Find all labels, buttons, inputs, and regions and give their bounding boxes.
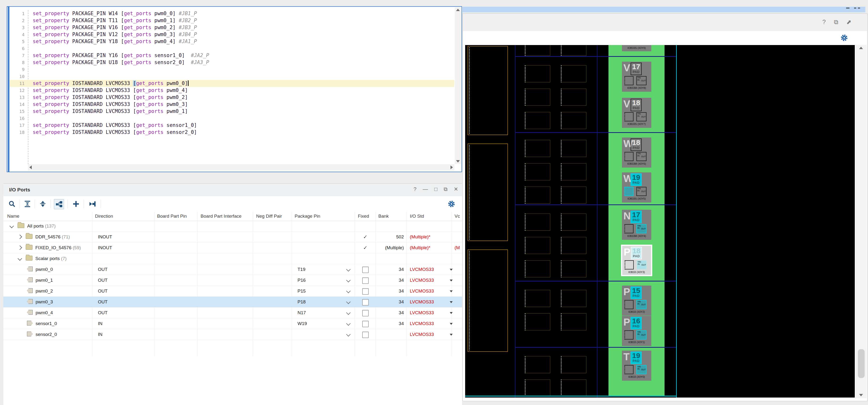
fixed-checkbox[interactable] [362,266,369,273]
collapse-chevron-icon[interactable] [9,224,14,228]
fixed-checkbox[interactable] [362,299,369,306]
scroll-up-icon[interactable] [456,9,460,11]
collapse-all-icon[interactable] [23,199,32,209]
io-std-value[interactable]: LVCMOS33 [410,329,449,340]
scrollbar-thumb[interactable] [858,349,865,378]
column-header-board-part-interface[interactable]: Board Part Interface [200,213,242,219]
maximize-icon[interactable]: ⬈ [846,19,851,26]
create-interface-icon[interactable] [71,199,81,209]
code-line[interactable]: 17set_property IOSTANDARD LVCMOS33 [get_… [10,122,454,129]
code-line[interactable]: 9 [10,66,454,73]
fixed-checkbox[interactable] [362,278,369,284]
package-pin-value[interactable]: P18 [298,297,306,307]
float-icon[interactable]: ⧉ [444,186,447,193]
code-line[interactable]: 4set_property PACKAGE_PIN V12 [get_ports… [10,31,454,38]
package-pin-dropdown-icon[interactable] [346,321,350,325]
package-window-titlebar[interactable] [463,7,865,12]
package-pin-value[interactable]: P15 [298,286,306,296]
fixed-checkbox[interactable] [362,288,369,295]
column-header-direction[interactable]: Direction [95,213,113,219]
io-std-value[interactable]: LVCMOS33 [410,318,449,329]
io-std-dropdown-icon[interactable] [450,301,453,303]
settings-gear-icon[interactable] [839,33,849,42]
collapse-chevron-icon[interactable] [18,256,22,261]
code-line[interactable]: 14set_property IOSTANDARD LVCMOS33 [get_… [10,101,454,108]
package-vertical-scrollbar[interactable] [856,45,867,398]
port-row[interactable]: sensor2_0INLVCMOS33 [3,329,462,340]
io-std-dropdown-icon[interactable] [450,269,453,271]
column-header-board-part-pin[interactable]: Board Part Pin [157,213,187,219]
place-ports-icon[interactable] [88,199,97,209]
editor-vertical-scrollbar[interactable] [455,7,461,164]
scroll-down-icon[interactable] [859,394,863,396]
package-pin-tile-W19[interactable]: W19PADTRIINOUTIOB33S (X0Y5) [622,172,651,202]
package-pin-tile-P16[interactable]: P16PADTRIINOUTIOB33 (X0Y1) [622,316,651,346]
package-pin-value[interactable]: W19 [298,318,307,329]
group-by-interface-icon[interactable] [54,199,64,209]
code-line[interactable]: 2set_property PACKAGE_PIN T11 [get_ports… [10,17,454,24]
xdc-editor[interactable]: 1set_property PACKAGE_PIN W14 [get_ports… [7,6,462,172]
scroll-down-icon[interactable] [456,160,460,163]
column-header-fixed[interactable]: Fixed [358,213,369,219]
search-icon[interactable] [7,199,17,209]
port-group-row[interactable]: All ports (137) [3,221,462,232]
scroll-up-icon[interactable] [859,47,863,49]
package-pin-dropdown-icon[interactable] [346,332,350,337]
code-line[interactable]: 12set_property IOSTANDARD LVCMOS33 [get_… [10,87,454,94]
io-std-value[interactable]: LVCMOS33 [410,264,449,275]
code-lines[interactable]: 1set_property PACKAGE_PIN W14 [get_ports… [10,10,454,163]
code-line[interactable]: 6 [10,45,454,52]
port-row[interactable]: pwm0_0OUTT1934LVCMOS33 [3,264,462,275]
port-row[interactable]: pwm0_1OUTP1634LVCMOS33 [3,275,462,286]
column-header-bank[interactable]: Bank [378,213,389,219]
maximize-icon[interactable]: □ [434,186,437,193]
io-std-value[interactable]: (Multiple)* [410,242,449,253]
fixed-checkmark-icon[interactable]: ✓ [363,242,368,253]
code-line[interactable]: 7set_property PACKAGE_PIN Y16 [get_ports… [10,52,454,59]
expand-all-icon[interactable] [38,199,48,209]
code-line[interactable]: 15set_property IOSTANDARD LVCMOS33 [get_… [10,108,454,115]
fixed-checkmark-icon[interactable]: ✓ [363,232,368,242]
port-group-row[interactable]: FIXED_IO_54576 (59)INOUT✓(Multiple)(Mult… [3,242,462,253]
io-std-dropdown-icon[interactable] [450,334,453,336]
package-pin-tile-P18[interactable]: P18PADTRIINOUTIOB33 (X0Y3) [621,244,652,276]
package-pin-tile-P15[interactable]: P15PADTRIINOUTIOB33 (X0Y2) [622,286,651,316]
close-icon[interactable]: ✕ [454,186,458,193]
io-std-dropdown-icon[interactable] [450,290,453,292]
package-canvas[interactable]: IOB33S (X0Y9)V17PADTRIINOUTIOB33M (X0Y8)… [465,45,855,398]
code-line[interactable]: 10 [10,73,454,80]
column-header-neg-diff-pair[interactable]: Neg Diff Pair [256,213,282,219]
settings-gear-icon[interactable] [446,199,456,209]
package-pin-value[interactable]: N17 [298,308,306,318]
fixed-checkbox[interactable] [362,331,369,338]
io-std-value[interactable]: LVCMOS33 [410,286,449,296]
code-line[interactable]: 5set_property PACKAGE_PIN Y18 [get_ports… [10,38,454,45]
help-icon[interactable]: ? [413,186,416,193]
code-line[interactable]: 11set_property IOSTANDARD LVCMOS33 [get_… [10,80,454,87]
table-header[interactable]: NameDirectionBoard Part PinBoard Part In… [3,212,462,221]
editor-horizontal-scrollbar[interactable] [28,164,454,171]
package-pin-dropdown-icon[interactable] [346,310,350,315]
io-std-value[interactable]: LVCMOS33 [410,275,449,286]
port-row[interactable]: pwm0_3OUTP1834LVCMOS33 [3,297,462,308]
code-line[interactable]: 16 [10,115,454,122]
io-ports-titlebar[interactable]: I/O Ports ?—□⧉✕ [3,184,462,197]
package-view-header[interactable]: ?⧉⬈ [463,14,867,31]
port-row[interactable]: pwm0_4OUTN1734LVCMOS33 [3,308,462,318]
io-std-value[interactable]: LVCMOS33 [410,297,449,307]
package-pin-tile-partial[interactable]: IOB33S (X0Y9) [622,45,651,51]
io-std-dropdown-icon[interactable] [450,280,453,282]
column-header-i-o-std[interactable]: I/O Std [410,213,424,219]
column-header-name[interactable]: Name [7,213,20,219]
port-group-row[interactable]: Scalar ports (7) [3,253,462,264]
package-pin-dropdown-icon[interactable] [346,278,350,282]
code-line[interactable]: 8set_property PACKAGE_PIN U18 [get_ports… [10,59,454,66]
minimize-icon[interactable]: — [423,186,428,193]
help-icon[interactable]: ? [822,19,826,26]
code-line[interactable]: 13set_property IOSTANDARD LVCMOS33 [get_… [10,94,454,101]
column-header-vc[interactable]: Vc [455,213,460,219]
port-row[interactable]: pwm0_2OUTP1534LVCMOS33 [3,286,462,297]
fixed-checkbox[interactable] [362,321,369,327]
package-pin-tile-T19[interactable]: T19PADTRIINOUTIOB33 (X0Y0) [622,351,651,381]
code-line[interactable]: 1set_property PACKAGE_PIN W14 [get_ports… [10,10,454,17]
